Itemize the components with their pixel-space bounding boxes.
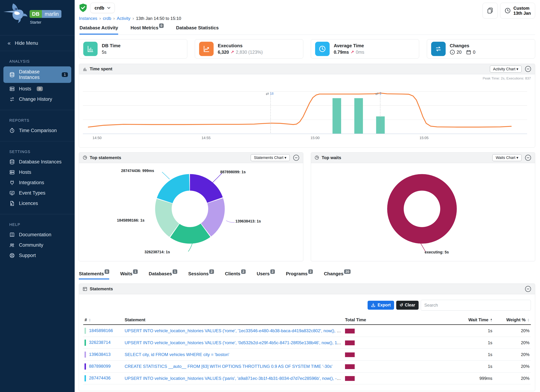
section-reports: REPORTS [9, 118, 75, 123]
sidebar-item-documentation[interactable]: Documentation [0, 229, 75, 240]
tab-programs[interactable]: Programs2 [286, 271, 313, 280]
copy-button[interactable] [483, 3, 498, 18]
wait-time-value: 999ms [428, 372, 494, 384]
col-header-id[interactable]: #▲▼ [83, 315, 123, 325]
col-header-total-time[interactable]: Total Time [344, 315, 427, 325]
sidebar-item-change-history[interactable]: Change History [0, 94, 75, 104]
statement-id-link[interactable]: 139638413 [89, 352, 110, 357]
col-header-statement[interactable]: Statement [123, 315, 344, 325]
card-average-time: Average Time 0.79ms↗0ms [311, 39, 419, 59]
count-badge: 2 [270, 269, 275, 274]
statement-link[interactable]: SELECT city, id FROM vehicles WHERE city… [125, 352, 229, 357]
tab-host-metrics[interactable]: Host Metrics0 [130, 25, 164, 35]
brand-edition: Starter [30, 20, 41, 25]
time-range-button[interactable]: Custom 13th Jan [500, 3, 535, 18]
dbmarlin-app: DB marlin Starter « Hide Menu ANALYSIS D… [0, 0, 540, 392]
chevrons-left-icon: « [8, 40, 10, 46]
donut-panels: Top statements Statements Chart ▾ [79, 152, 535, 261]
top-waits-chart[interactable]: executing: 5s [311, 163, 535, 261]
export-button[interactable]: Export [368, 301, 394, 310]
sidebar-item-support[interactable]: Support [0, 250, 75, 261]
collapse-icon[interactable] [293, 154, 300, 161]
collapse-icon[interactable] [525, 154, 531, 161]
tab-sessions[interactable]: Sessions2 [188, 271, 214, 280]
count-badge: 1 [133, 269, 138, 274]
swap-arrows-icon [431, 42, 446, 56]
time-spent-chart[interactable]: Peak Time: 2s, Executions: 837 ⇄18⇄2 14:… [79, 74, 535, 147]
sidebar-item-community[interactable]: Community [0, 240, 75, 250]
statement-id-link[interactable]: 326238714 [89, 340, 110, 345]
statement-id-link[interactable]: 287474436 [89, 376, 110, 380]
sidebar-item-database-instances[interactable]: Database Instances 1 [3, 66, 71, 83]
tab-users[interactable]: Users2 [257, 271, 275, 280]
sidebar-item-event-types[interactable]: Event Types [0, 188, 75, 198]
statement-id-link[interactable]: 1845898166 [89, 328, 113, 333]
plug-icon [9, 180, 15, 185]
col-header-weight[interactable]: Weight %▲▼ [494, 315, 531, 325]
sidebar-item-settings-database-instances[interactable]: Database Instances [0, 157, 75, 167]
statement-id-link[interactable]: 887898099 [89, 364, 110, 368]
licence-icon [9, 201, 15, 206]
series-color-bar [85, 363, 86, 370]
collapse-icon[interactable] [525, 65, 531, 72]
swap-arrows-icon [9, 96, 15, 102]
tab-statements[interactable]: Statements5 [79, 271, 109, 280]
activity-chart-selector[interactable]: Activity Chart ▾ [490, 65, 522, 73]
sidebar-item-integrations[interactable]: Integrations [0, 177, 75, 188]
top-statements-chart[interactable]: 887898099: 1s 139638413: 1s 326238714: 1… [79, 163, 303, 261]
tab-database-activity[interactable]: Database Activity [80, 25, 118, 35]
tab-changes[interactable]: Changes20 [324, 271, 350, 280]
trend-up-icon: ↗ [231, 50, 234, 55]
server-icon [9, 86, 15, 92]
statements-chart-selector[interactable]: Statements Chart ▾ [251, 154, 290, 161]
col-header-wait-time[interactable]: Wait Time▲▼ [428, 315, 494, 325]
main-content: crdb Custom 13th Jan Instances› [75, 0, 540, 392]
server-icon [9, 169, 15, 175]
hide-menu-button[interactable]: « Hide Menu [0, 35, 75, 51]
total-time-bar [345, 340, 355, 345]
statements-table: #▲▼ Statement Total Time Wait Time▲▼ Wei… [83, 315, 531, 384]
table-row: 326238714 UPSERT INTO vehicle_location_h… [83, 337, 531, 348]
sidebar: DB marlin Starter « Hide Menu ANALYSIS D… [0, 0, 75, 392]
breadcrumb: Instances› crdb› Activity› 13th Jan 14:5… [79, 16, 535, 21]
sidebar-item-time-comparison[interactable]: Time Comparison [0, 125, 75, 136]
undo-icon: ↺ [400, 303, 403, 308]
weight-value: 20% [494, 372, 531, 384]
svg-text:⇄2: ⇄2 [375, 92, 381, 96]
count-badge: 2 [209, 269, 214, 274]
main-tabs: Database Activity Host Metrics0 Database… [79, 25, 535, 35]
total-time-bar [345, 376, 355, 381]
tab-clients[interactable]: Clients2 [225, 271, 246, 280]
statement-link[interactable]: CREATE STATISTICS __auto__ FROM [63] WIT… [125, 364, 332, 369]
slice-label: 326238714: 1s [145, 250, 170, 254]
waits-chart-selector[interactable]: Waits Chart ▾ [492, 154, 522, 161]
database-icon [9, 159, 15, 165]
sidebar-item-hosts[interactable]: Hosts 0 [0, 84, 75, 94]
section-settings: SETTINGS [9, 150, 75, 154]
instance-selector[interactable]: crdb [90, 3, 115, 13]
svg-text:15:00: 15:00 [310, 136, 320, 140]
tab-databases[interactable]: Databases1 [149, 271, 177, 280]
card-db-time: DB Time 5s [79, 39, 187, 59]
tab-database-statistics[interactable]: Database Statistics [176, 25, 219, 35]
search-input[interactable] [421, 300, 531, 311]
section-analysis: ANALYSIS [9, 59, 75, 64]
breadcrumb-crdb[interactable]: crdb [103, 16, 111, 21]
sidebar-item-settings-hosts[interactable]: Hosts [0, 167, 75, 177]
pie-chart-icon [83, 155, 87, 160]
statement-link[interactable]: UPSERT INTO vehicle_location_histories V… [125, 328, 344, 333]
breadcrumb-instances[interactable]: Instances [79, 16, 97, 21]
clear-button[interactable]: ↺ Clear [396, 301, 419, 310]
statement-link[interactable]: UPSERT INTO vehicle_location_histories V… [125, 340, 344, 345]
divider [0, 214, 75, 214]
breadcrumb-activity[interactable]: Activity [117, 16, 130, 21]
statement-link[interactable]: UPSERT INTO vehicle_location_histories V… [125, 376, 344, 381]
wait-time-value: 1s [428, 361, 494, 372]
count-badge: 1 [62, 72, 68, 77]
sort-icon: ▲▼ [527, 318, 530, 322]
sidebar-item-licences[interactable]: Licences [0, 198, 75, 208]
count-badge: 1 [173, 269, 177, 274]
count-badge: 2 [241, 269, 246, 274]
tab-waits[interactable]: Waits1 [120, 271, 138, 280]
collapse-icon[interactable] [525, 286, 531, 292]
